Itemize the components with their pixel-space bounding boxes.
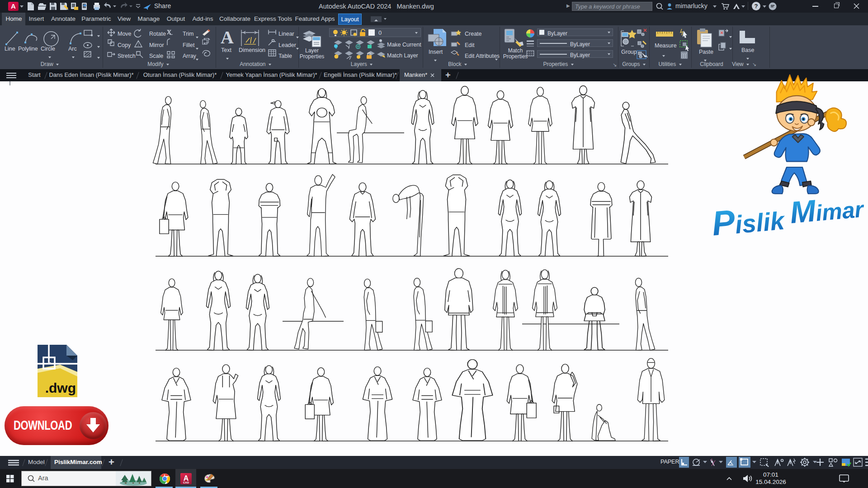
- svg-text:.dwg: .dwg: [45, 380, 76, 395]
- svg-text:Mimar: Mimar: [788, 189, 866, 230]
